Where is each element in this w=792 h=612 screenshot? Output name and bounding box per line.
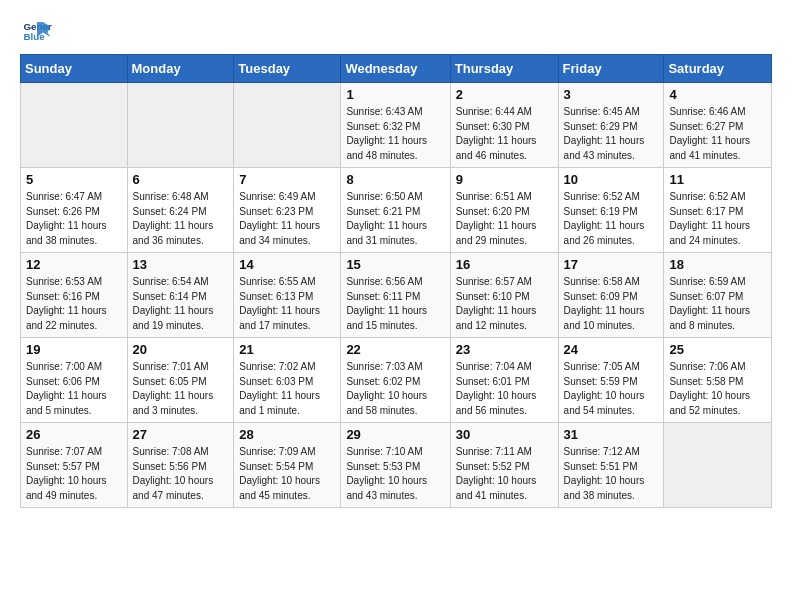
- day-number: 25: [669, 342, 766, 357]
- day-number: 5: [26, 172, 122, 187]
- calendar-cell: 29Sunrise: 7:10 AM Sunset: 5:53 PM Dayli…: [341, 423, 450, 508]
- day-number: 6: [133, 172, 229, 187]
- day-info: Sunrise: 6:52 AM Sunset: 6:19 PM Dayligh…: [564, 190, 659, 248]
- logo: General Blue: [20, 16, 52, 46]
- day-info: Sunrise: 6:53 AM Sunset: 6:16 PM Dayligh…: [26, 275, 122, 333]
- day-number: 21: [239, 342, 335, 357]
- calendar-cell: 3Sunrise: 6:45 AM Sunset: 6:29 PM Daylig…: [558, 83, 664, 168]
- day-info: Sunrise: 7:04 AM Sunset: 6:01 PM Dayligh…: [456, 360, 553, 418]
- day-number: 30: [456, 427, 553, 442]
- calendar: SundayMondayTuesdayWednesdayThursdayFrid…: [20, 54, 772, 508]
- day-number: 16: [456, 257, 553, 272]
- calendar-cell: 20Sunrise: 7:01 AM Sunset: 6:05 PM Dayli…: [127, 338, 234, 423]
- calendar-cell: 27Sunrise: 7:08 AM Sunset: 5:56 PM Dayli…: [127, 423, 234, 508]
- day-number: 11: [669, 172, 766, 187]
- day-number: 29: [346, 427, 444, 442]
- calendar-cell: 14Sunrise: 6:55 AM Sunset: 6:13 PM Dayli…: [234, 253, 341, 338]
- logo-icon: General Blue: [22, 16, 52, 46]
- day-info: Sunrise: 6:57 AM Sunset: 6:10 PM Dayligh…: [456, 275, 553, 333]
- page-container: General Blue SundayMondayTuesdayWednesda…: [0, 0, 792, 518]
- day-info: Sunrise: 6:51 AM Sunset: 6:20 PM Dayligh…: [456, 190, 553, 248]
- week-row-5: 26Sunrise: 7:07 AM Sunset: 5:57 PM Dayli…: [21, 423, 772, 508]
- day-number: 4: [669, 87, 766, 102]
- day-info: Sunrise: 6:45 AM Sunset: 6:29 PM Dayligh…: [564, 105, 659, 163]
- calendar-cell: 2Sunrise: 6:44 AM Sunset: 6:30 PM Daylig…: [450, 83, 558, 168]
- day-number: 24: [564, 342, 659, 357]
- day-info: Sunrise: 7:07 AM Sunset: 5:57 PM Dayligh…: [26, 445, 122, 503]
- calendar-cell: 6Sunrise: 6:48 AM Sunset: 6:24 PM Daylig…: [127, 168, 234, 253]
- calendar-cell: 16Sunrise: 6:57 AM Sunset: 6:10 PM Dayli…: [450, 253, 558, 338]
- weekday-header-thursday: Thursday: [450, 55, 558, 83]
- day-number: 28: [239, 427, 335, 442]
- day-info: Sunrise: 6:48 AM Sunset: 6:24 PM Dayligh…: [133, 190, 229, 248]
- weekday-header-saturday: Saturday: [664, 55, 772, 83]
- day-info: Sunrise: 6:44 AM Sunset: 6:30 PM Dayligh…: [456, 105, 553, 163]
- day-info: Sunrise: 7:05 AM Sunset: 5:59 PM Dayligh…: [564, 360, 659, 418]
- calendar-cell: 30Sunrise: 7:11 AM Sunset: 5:52 PM Dayli…: [450, 423, 558, 508]
- day-info: Sunrise: 7:02 AM Sunset: 6:03 PM Dayligh…: [239, 360, 335, 418]
- day-number: 17: [564, 257, 659, 272]
- day-number: 2: [456, 87, 553, 102]
- day-number: 12: [26, 257, 122, 272]
- calendar-cell: 19Sunrise: 7:00 AM Sunset: 6:06 PM Dayli…: [21, 338, 128, 423]
- weekday-header-tuesday: Tuesday: [234, 55, 341, 83]
- day-number: 20: [133, 342, 229, 357]
- calendar-cell: [127, 83, 234, 168]
- week-row-3: 12Sunrise: 6:53 AM Sunset: 6:16 PM Dayli…: [21, 253, 772, 338]
- day-info: Sunrise: 6:50 AM Sunset: 6:21 PM Dayligh…: [346, 190, 444, 248]
- day-info: Sunrise: 7:09 AM Sunset: 5:54 PM Dayligh…: [239, 445, 335, 503]
- weekday-header-sunday: Sunday: [21, 55, 128, 83]
- day-info: Sunrise: 6:47 AM Sunset: 6:26 PM Dayligh…: [26, 190, 122, 248]
- calendar-cell: 1Sunrise: 6:43 AM Sunset: 6:32 PM Daylig…: [341, 83, 450, 168]
- weekday-header-row: SundayMondayTuesdayWednesdayThursdayFrid…: [21, 55, 772, 83]
- calendar-cell: [234, 83, 341, 168]
- calendar-cell: 11Sunrise: 6:52 AM Sunset: 6:17 PM Dayli…: [664, 168, 772, 253]
- day-number: 23: [456, 342, 553, 357]
- calendar-cell: 13Sunrise: 6:54 AM Sunset: 6:14 PM Dayli…: [127, 253, 234, 338]
- week-row-2: 5Sunrise: 6:47 AM Sunset: 6:26 PM Daylig…: [21, 168, 772, 253]
- day-number: 15: [346, 257, 444, 272]
- calendar-cell: 25Sunrise: 7:06 AM Sunset: 5:58 PM Dayli…: [664, 338, 772, 423]
- day-number: 31: [564, 427, 659, 442]
- day-info: Sunrise: 7:01 AM Sunset: 6:05 PM Dayligh…: [133, 360, 229, 418]
- day-info: Sunrise: 7:12 AM Sunset: 5:51 PM Dayligh…: [564, 445, 659, 503]
- weekday-header-monday: Monday: [127, 55, 234, 83]
- header: General Blue: [20, 16, 772, 46]
- week-row-1: 1Sunrise: 6:43 AM Sunset: 6:32 PM Daylig…: [21, 83, 772, 168]
- day-number: 26: [26, 427, 122, 442]
- calendar-cell: 4Sunrise: 6:46 AM Sunset: 6:27 PM Daylig…: [664, 83, 772, 168]
- day-info: Sunrise: 7:10 AM Sunset: 5:53 PM Dayligh…: [346, 445, 444, 503]
- day-number: 9: [456, 172, 553, 187]
- day-info: Sunrise: 6:52 AM Sunset: 6:17 PM Dayligh…: [669, 190, 766, 248]
- day-number: 7: [239, 172, 335, 187]
- day-info: Sunrise: 6:56 AM Sunset: 6:11 PM Dayligh…: [346, 275, 444, 333]
- day-number: 14: [239, 257, 335, 272]
- day-info: Sunrise: 6:46 AM Sunset: 6:27 PM Dayligh…: [669, 105, 766, 163]
- day-number: 27: [133, 427, 229, 442]
- calendar-cell: 28Sunrise: 7:09 AM Sunset: 5:54 PM Dayli…: [234, 423, 341, 508]
- day-number: 19: [26, 342, 122, 357]
- calendar-cell: 22Sunrise: 7:03 AM Sunset: 6:02 PM Dayli…: [341, 338, 450, 423]
- calendar-cell: 24Sunrise: 7:05 AM Sunset: 5:59 PM Dayli…: [558, 338, 664, 423]
- day-info: Sunrise: 7:06 AM Sunset: 5:58 PM Dayligh…: [669, 360, 766, 418]
- calendar-cell: 17Sunrise: 6:58 AM Sunset: 6:09 PM Dayli…: [558, 253, 664, 338]
- day-info: Sunrise: 7:03 AM Sunset: 6:02 PM Dayligh…: [346, 360, 444, 418]
- day-info: Sunrise: 6:49 AM Sunset: 6:23 PM Dayligh…: [239, 190, 335, 248]
- calendar-cell: [21, 83, 128, 168]
- day-number: 22: [346, 342, 444, 357]
- calendar-cell: 9Sunrise: 6:51 AM Sunset: 6:20 PM Daylig…: [450, 168, 558, 253]
- calendar-cell: 15Sunrise: 6:56 AM Sunset: 6:11 PM Dayli…: [341, 253, 450, 338]
- calendar-cell: 8Sunrise: 6:50 AM Sunset: 6:21 PM Daylig…: [341, 168, 450, 253]
- calendar-cell: 7Sunrise: 6:49 AM Sunset: 6:23 PM Daylig…: [234, 168, 341, 253]
- day-info: Sunrise: 6:58 AM Sunset: 6:09 PM Dayligh…: [564, 275, 659, 333]
- day-info: Sunrise: 6:54 AM Sunset: 6:14 PM Dayligh…: [133, 275, 229, 333]
- day-info: Sunrise: 6:55 AM Sunset: 6:13 PM Dayligh…: [239, 275, 335, 333]
- day-info: Sunrise: 7:00 AM Sunset: 6:06 PM Dayligh…: [26, 360, 122, 418]
- calendar-cell: 21Sunrise: 7:02 AM Sunset: 6:03 PM Dayli…: [234, 338, 341, 423]
- day-number: 13: [133, 257, 229, 272]
- calendar-cell: 5Sunrise: 6:47 AM Sunset: 6:26 PM Daylig…: [21, 168, 128, 253]
- calendar-cell: 18Sunrise: 6:59 AM Sunset: 6:07 PM Dayli…: [664, 253, 772, 338]
- calendar-cell: 31Sunrise: 7:12 AM Sunset: 5:51 PM Dayli…: [558, 423, 664, 508]
- weekday-header-wednesday: Wednesday: [341, 55, 450, 83]
- calendar-cell: [664, 423, 772, 508]
